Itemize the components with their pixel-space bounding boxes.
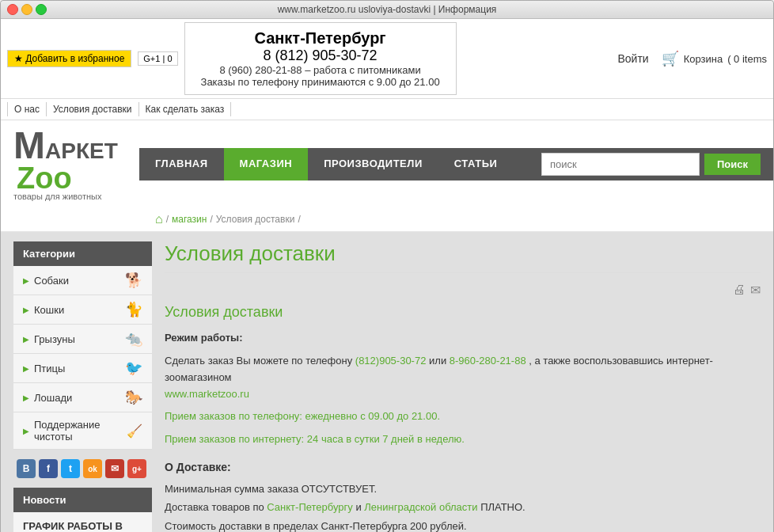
sidebar-item-cleaning[interactable]: ▶ Поддержание чистоты 🧹 bbox=[13, 412, 152, 450]
favorites-button[interactable]: ★ Добавить в избранное bbox=[7, 50, 131, 67]
browser-window: www.marketzoo.ru usloviya-dostavki | Инф… bbox=[0, 0, 774, 532]
nav-home[interactable]: ГЛАВНАЯ bbox=[139, 148, 224, 180]
nav-about[interactable]: О нас bbox=[7, 102, 47, 116]
rodents-icon: 🐀 bbox=[120, 331, 142, 347]
logo-area: МАРКЕТ Zoo товары для животных bbox=[1, 120, 139, 207]
content-tools: 🖨 ✉ bbox=[165, 283, 761, 298]
breadcrumb: ⌂ / магазин / Условия доставки / bbox=[1, 207, 773, 232]
sidebar-label-birds: Птицы bbox=[34, 363, 65, 374]
sidebar-label-horses: Лошади bbox=[34, 392, 72, 404]
sidebar-label-cleaning: Поддержание чистоты bbox=[34, 419, 123, 443]
city-name: Санкт-Петербург bbox=[201, 29, 440, 48]
gplus-count: 0 bbox=[167, 54, 172, 63]
header-right: Войти 🛒 Корзина ( 0 items bbox=[617, 50, 767, 67]
vk-icon[interactable]: В bbox=[17, 459, 36, 478]
phone2-link[interactable]: 8-960-280-21-88 bbox=[450, 355, 526, 367]
main-content: Категории ▶ Собаки 🐕 ▶ Кошки 🐈 ▶ Грызун bbox=[1, 232, 773, 532]
breadcrumb-current: Условия доставки bbox=[216, 214, 295, 225]
schedule-phone: Прием заказов по телефону: ежедневно с 0… bbox=[165, 408, 761, 425]
work-mode-label: Режим работы: bbox=[165, 330, 761, 347]
schedule-internet: Прием заказов по интернету: 24 часа в су… bbox=[165, 431, 761, 448]
logo-m: М bbox=[13, 124, 45, 166]
sidebar-label-dogs: Собаки bbox=[34, 275, 69, 287]
nav-shop[interactable]: МАГАЗИН bbox=[224, 148, 309, 180]
page-title: Условия доставки bbox=[165, 241, 761, 273]
delivery-list: Минимальная сумма заказа ОТСУТСТВУЕТ. До… bbox=[165, 480, 761, 532]
delivery-item-1: Минимальная сумма заказа ОТСУТСТВУЕТ. bbox=[165, 480, 761, 499]
delivery-title: О Доставке: bbox=[165, 461, 761, 473]
sidebar-item-cats[interactable]: ▶ Кошки 🐈 bbox=[13, 295, 152, 325]
birds-icon: 🐦 bbox=[120, 360, 142, 376]
section-title: Условия доставки bbox=[165, 304, 761, 321]
arrow-icon-birds: ▶ bbox=[23, 364, 29, 373]
delivery-item-3: Стоимость доставки в пределах Санкт-Пете… bbox=[165, 517, 761, 532]
nav-howto[interactable]: Как сделать заказ bbox=[139, 102, 232, 116]
logo-arket: АРКЕТ bbox=[45, 139, 118, 163]
dogs-icon: 🐕 bbox=[120, 272, 142, 288]
lo-link[interactable]: Ленинградской области bbox=[364, 501, 477, 513]
search-input[interactable] bbox=[541, 153, 700, 176]
maximize-button[interactable] bbox=[36, 4, 47, 15]
arrow-icon-cleaning: ▶ bbox=[23, 427, 29, 435]
gplus-label: G+1 bbox=[143, 54, 160, 63]
nav-delivery[interactable]: Условия доставки bbox=[47, 102, 139, 116]
site-link[interactable]: www.marketzoo.ru bbox=[165, 388, 249, 400]
nav-articles[interactable]: СТАТЬИ bbox=[438, 148, 514, 180]
news-content: ГРАФИК РАБОТЫ В НОВОГОДНИЕ ПРАЗДНИКИ 28-… bbox=[13, 512, 152, 532]
spb-link[interactable]: Санкт-Петербургу bbox=[267, 501, 352, 513]
work-mode-strong: Режим работы: bbox=[165, 332, 242, 344]
phone-main: 8 (812) 905-30-72 bbox=[201, 48, 440, 64]
categories-title: Категории bbox=[13, 241, 152, 266]
work-mode-or: или bbox=[429, 355, 450, 367]
mail-icon[interactable]: ✉ bbox=[105, 459, 124, 478]
arrow-icon-cats: ▶ bbox=[23, 306, 29, 314]
sidebar-label-cats: Кошки bbox=[34, 304, 64, 316]
social-icons: В f t ok ✉ g+ bbox=[13, 450, 152, 488]
minimize-button[interactable] bbox=[21, 4, 32, 15]
logo-nav-row: МАРКЕТ Zoo товары для животных ГЛАВНАЯ М… bbox=[1, 120, 773, 207]
cart-label: Корзина bbox=[684, 53, 723, 65]
breadcrumb-sep2: / bbox=[210, 214, 212, 225]
window-controls[interactable] bbox=[7, 4, 47, 15]
twitter-icon[interactable]: t bbox=[61, 459, 80, 478]
main-nav: ГЛАВНАЯ МАГАЗИН ПРОИЗВОДИТЕЛИ СТАТЬИ Пои… bbox=[139, 148, 773, 180]
search-button[interactable]: Поиск bbox=[704, 154, 761, 175]
contact-box: Санкт-Петербург 8 (812) 905-30-72 8 (960… bbox=[184, 22, 457, 95]
facebook-icon[interactable]: f bbox=[39, 459, 58, 478]
arrow-icon: ▶ bbox=[23, 276, 29, 285]
home-icon[interactable]: ⌂ bbox=[155, 212, 163, 226]
phone1-link[interactable]: (812)905-30-72 bbox=[355, 355, 427, 367]
breadcrumb-sep3: / bbox=[298, 214, 300, 225]
nav-producers[interactable]: ПРОИЗВОДИТЕЛИ bbox=[308, 148, 438, 180]
sidebar-label-rodents: Грызуны bbox=[34, 333, 75, 345]
sidebar-item-horses[interactable]: ▶ Лошади 🐎 bbox=[13, 383, 152, 412]
close-button[interactable] bbox=[7, 4, 18, 15]
sidebar-item-dogs[interactable]: ▶ Собаки 🐕 bbox=[13, 266, 152, 295]
page-content: Условия доставки 🖨 ✉ Условия доставки Ре… bbox=[165, 241, 761, 532]
work-mode-text: Сделать заказ Вы можете по телефону (812… bbox=[165, 353, 761, 402]
breadcrumb-shop[interactable]: магазин bbox=[172, 214, 207, 225]
odnoklassniki-icon[interactable]: ok bbox=[83, 459, 102, 478]
cats-icon: 🐈 bbox=[120, 302, 142, 317]
logo-tagline: товары для животных bbox=[13, 192, 127, 201]
nav-links: О нас Условия доставки Как сделать заказ bbox=[1, 99, 773, 120]
googleplus-icon[interactable]: g+ bbox=[127, 459, 146, 478]
sidebar-item-birds[interactable]: ▶ Птицы 🐦 bbox=[13, 354, 152, 383]
phone-secondary: 8 (960) 280-21-88 – работа с питомниками bbox=[201, 64, 440, 76]
hours-note: Заказы по телефону принимаются с 9.00 до… bbox=[201, 76, 440, 88]
print-icon[interactable]: 🖨 bbox=[733, 283, 746, 298]
arrow-icon-rodents: ▶ bbox=[23, 335, 29, 344]
breadcrumb-sep1: / bbox=[166, 214, 169, 225]
sidebar-item-rodents[interactable]: ▶ Грызуны 🐀 bbox=[13, 325, 152, 354]
cart-items: ( 0 items bbox=[727, 53, 767, 65]
work-mode-text1: Сделать заказ Вы можете по телефону bbox=[165, 355, 352, 367]
login-link[interactable]: Войти bbox=[617, 52, 648, 65]
top-bar: ★ Добавить в избранное G+1 | 0 Санкт-Пет… bbox=[1, 19, 773, 99]
title-bar: www.marketzoo.ru usloviya-dostavki | Инф… bbox=[1, 1, 773, 19]
window-title: www.marketzoo.ru usloviya-dostavki | Инф… bbox=[278, 4, 497, 15]
cart-icon: 🛒 bbox=[662, 50, 679, 67]
cart-area[interactable]: 🛒 Корзина ( 0 items bbox=[662, 50, 767, 67]
horses-icon: 🐎 bbox=[120, 390, 142, 405]
email-icon[interactable]: ✉ bbox=[750, 283, 761, 298]
gplus-button[interactable]: G+1 | 0 bbox=[138, 51, 177, 66]
